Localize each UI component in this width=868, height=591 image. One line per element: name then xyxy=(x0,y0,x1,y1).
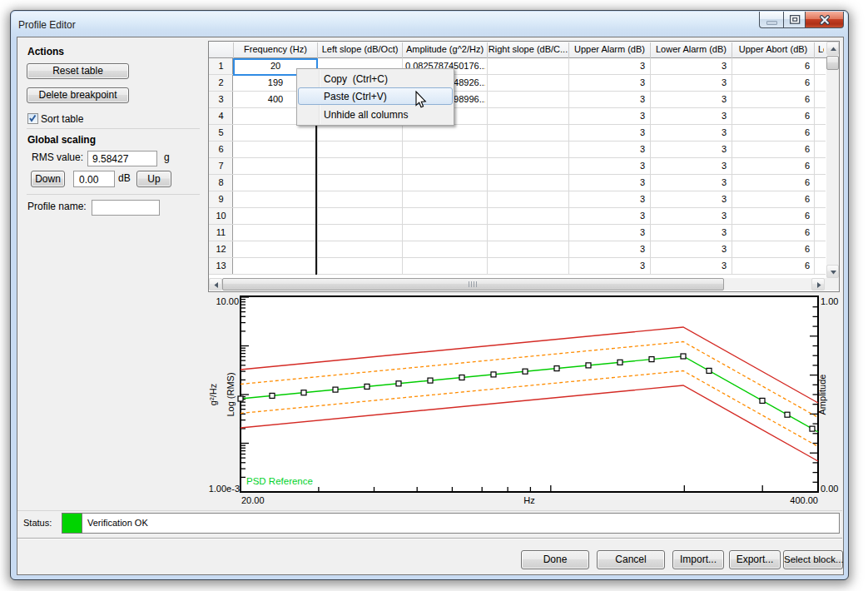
svg-text:Hz: Hz xyxy=(523,495,534,505)
svg-text:400.00: 400.00 xyxy=(790,495,818,505)
svg-text:Amplitude: Amplitude xyxy=(817,375,827,415)
svg-text:PSD Reference: PSD Reference xyxy=(246,476,313,486)
svg-text:g²/Hz: g²/Hz xyxy=(208,384,218,405)
svg-text:20.00: 20.00 xyxy=(241,495,265,505)
svg-text:0.00: 0.00 xyxy=(821,484,838,494)
svg-text:10.00: 10.00 xyxy=(216,296,239,306)
svg-text:1.00e-3: 1.00e-3 xyxy=(209,484,240,494)
svg-text:Log (RMS): Log (RMS) xyxy=(226,372,236,416)
svg-text:1.00: 1.00 xyxy=(821,296,838,306)
